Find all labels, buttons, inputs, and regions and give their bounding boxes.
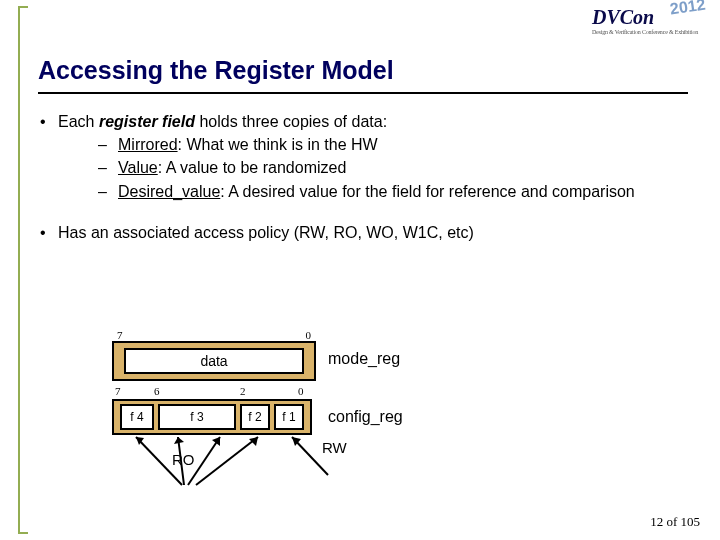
ro-label: RO bbox=[172, 451, 195, 468]
logo-text: DVCon bbox=[592, 6, 654, 28]
config-reg-row: 7 6 2 0 f 4 f 3 f 2 f 1 config_reg RO RW bbox=[112, 399, 382, 435]
page-title: Accessing the Register Model bbox=[38, 56, 394, 85]
desc: : A value to be randomized bbox=[158, 159, 347, 176]
term: Desired_value bbox=[118, 183, 220, 200]
title-underline bbox=[38, 92, 688, 94]
bit-7: 7 bbox=[117, 329, 123, 341]
slide-left-frame bbox=[18, 6, 28, 534]
bit-2: 2 bbox=[240, 385, 246, 397]
sub-list: Mirrored: What we think is in the HW Val… bbox=[58, 133, 678, 203]
bullet-2: Has an associated access policy (RW, RO,… bbox=[38, 221, 678, 244]
field-f3: f 3 bbox=[158, 404, 236, 430]
field-f4: f 4 bbox=[120, 404, 154, 430]
mode-reg-box: 7 0 data bbox=[112, 341, 316, 381]
sub-mirrored: Mirrored: What we think is in the HW bbox=[98, 133, 678, 156]
svg-marker-7 bbox=[249, 437, 258, 446]
field-f1: f 1 bbox=[274, 404, 304, 430]
body-content: Each register field holds three copies o… bbox=[38, 110, 678, 250]
dvcon-logo: DVCon Design & Verification Conference &… bbox=[592, 6, 698, 35]
config-reg-label: config_reg bbox=[328, 399, 403, 435]
svg-marker-3 bbox=[174, 437, 184, 444]
bit-0: 0 bbox=[306, 329, 312, 341]
sub-value: Value: A value to be randomized bbox=[98, 156, 678, 179]
bullet-1: Each register field holds three copies o… bbox=[38, 110, 678, 203]
register-diagram: 7 0 data mode_reg 7 6 2 0 f 4 f 3 f 2 f … bbox=[112, 338, 382, 435]
config-reg-box: f 4 f 3 f 2 f 1 bbox=[112, 399, 312, 435]
bit-7: 7 bbox=[115, 385, 121, 397]
term: Mirrored bbox=[118, 136, 178, 153]
svg-line-6 bbox=[196, 437, 258, 485]
mode-reg-label: mode_reg bbox=[328, 341, 400, 377]
bullet1-prefix: Each bbox=[58, 113, 99, 130]
field-f2: f 2 bbox=[240, 404, 270, 430]
logo-tagline: Design & Verification Conference & Exhib… bbox=[592, 29, 698, 35]
bit-0: 0 bbox=[298, 385, 304, 397]
bullet1-em: register field bbox=[99, 113, 195, 130]
page-number: 12 of 105 bbox=[650, 514, 700, 530]
mode-reg-row: 7 0 data mode_reg bbox=[112, 341, 382, 381]
bit-6: 6 bbox=[154, 385, 160, 397]
term: Value bbox=[118, 159, 158, 176]
sub-desired: Desired_value: A desired value for the f… bbox=[98, 180, 678, 203]
mode-reg-field: data bbox=[124, 348, 304, 374]
rw-label: RW bbox=[322, 439, 347, 456]
desc: : What we think is in the HW bbox=[178, 136, 378, 153]
bullet1-suffix: holds three copies of data: bbox=[195, 113, 387, 130]
desc: : A desired value for the field for refe… bbox=[220, 183, 634, 200]
